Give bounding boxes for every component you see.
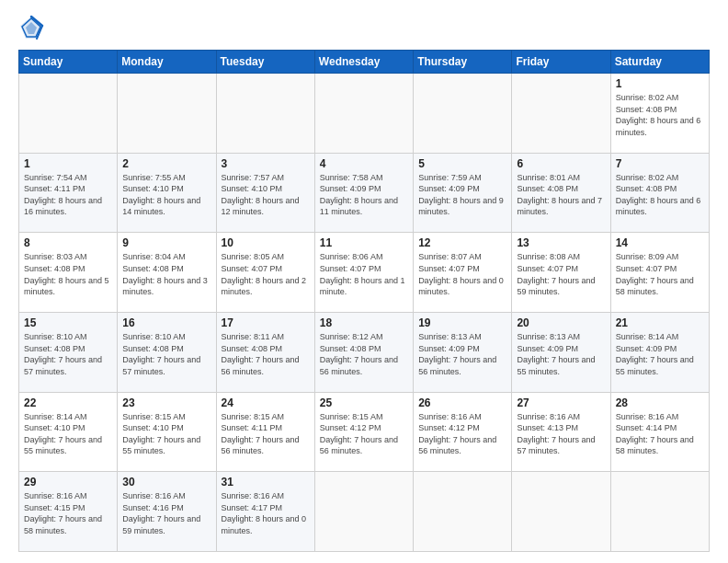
header — [18, 15, 710, 40]
table-row: 11Sunrise: 8:06 AMSunset: 4:07 PMDayligh… — [314, 233, 413, 313]
table-row — [314, 472, 413, 552]
table-row: 14Sunrise: 8:09 AMSunset: 4:07 PMDayligh… — [610, 233, 709, 313]
day-number: 2 — [122, 157, 211, 170]
table-row — [512, 74, 610, 154]
day-info: Sunrise: 8:16 AMSunset: 4:17 PMDaylight:… — [222, 490, 311, 536]
calendar-row: 29Sunrise: 8:16 AMSunset: 4:15 PMDayligh… — [19, 472, 710, 552]
calendar-row: 1Sunrise: 7:54 AMSunset: 4:11 PMDaylight… — [19, 153, 710, 233]
table-row: 23Sunrise: 8:15 AMSunset: 4:10 PMDayligh… — [118, 392, 216, 472]
day-number: 3 — [222, 157, 311, 170]
table-row — [610, 472, 709, 552]
day-info: Sunrise: 7:59 AMSunset: 4:09 PMDaylight:… — [418, 172, 507, 218]
day-info: Sunrise: 8:11 AMSunset: 4:08 PMDaylight:… — [222, 331, 311, 377]
table-row: 19Sunrise: 8:13 AMSunset: 4:09 PMDayligh… — [414, 312, 512, 392]
table-row: 28Sunrise: 8:16 AMSunset: 4:14 PMDayligh… — [610, 392, 709, 472]
logo — [18, 15, 48, 40]
day-number: 1 — [24, 157, 113, 170]
table-row: 21Sunrise: 8:14 AMSunset: 4:09 PMDayligh… — [610, 312, 709, 392]
day-info: Sunrise: 8:01 AMSunset: 4:08 PMDaylight:… — [517, 172, 606, 218]
table-row: 16Sunrise: 8:10 AMSunset: 4:08 PMDayligh… — [118, 312, 216, 392]
table-row: 7Sunrise: 8:02 AMSunset: 4:08 PMDaylight… — [610, 153, 709, 233]
table-row — [512, 472, 610, 552]
day-info: Sunrise: 8:16 AMSunset: 4:13 PMDaylight:… — [517, 411, 606, 457]
table-row: 18Sunrise: 8:12 AMSunset: 4:08 PMDayligh… — [314, 312, 413, 392]
col-tuesday: Tuesday — [216, 51, 314, 74]
table-row: 5Sunrise: 7:59 AMSunset: 4:09 PMDaylight… — [414, 153, 512, 233]
day-number: 16 — [122, 316, 211, 329]
table-row: 24Sunrise: 8:15 AMSunset: 4:11 PMDayligh… — [216, 392, 314, 472]
table-row: 12Sunrise: 8:07 AMSunset: 4:07 PMDayligh… — [414, 233, 512, 313]
day-info: Sunrise: 8:08 AMSunset: 4:07 PMDaylight:… — [517, 251, 606, 297]
table-row: 2Sunrise: 7:55 AMSunset: 4:10 PMDaylight… — [118, 153, 216, 233]
day-info: Sunrise: 7:54 AMSunset: 4:11 PMDaylight:… — [24, 172, 113, 218]
day-number: 22 — [24, 396, 113, 409]
table-row: 22Sunrise: 8:14 AMSunset: 4:10 PMDayligh… — [19, 392, 118, 472]
day-number: 6 — [517, 157, 606, 170]
table-row: 1Sunrise: 7:54 AMSunset: 4:11 PMDaylight… — [19, 153, 118, 233]
calendar-header: Sunday Monday Tuesday Wednesday Thursday… — [19, 51, 710, 74]
day-info: Sunrise: 8:06 AMSunset: 4:07 PMDaylight:… — [320, 251, 409, 297]
col-thursday: Thursday — [414, 51, 512, 74]
day-info: Sunrise: 8:16 AMSunset: 4:14 PMDaylight:… — [616, 411, 705, 457]
day-info: Sunrise: 8:14 AMSunset: 4:09 PMDaylight:… — [616, 331, 705, 377]
day-number: 8 — [24, 236, 113, 249]
col-sunday: Sunday — [19, 51, 118, 74]
day-info: Sunrise: 8:10 AMSunset: 4:08 PMDaylight:… — [122, 331, 211, 377]
table-row: 8Sunrise: 8:03 AMSunset: 4:08 PMDaylight… — [19, 233, 118, 313]
day-info: Sunrise: 8:03 AMSunset: 4:08 PMDaylight:… — [24, 251, 113, 297]
table-row: 31Sunrise: 8:16 AMSunset: 4:17 PMDayligh… — [216, 472, 314, 552]
table-row: 25Sunrise: 8:15 AMSunset: 4:12 PMDayligh… — [314, 392, 413, 472]
table-row: 15Sunrise: 8:10 AMSunset: 4:08 PMDayligh… — [19, 312, 118, 392]
table-row — [19, 74, 118, 154]
day-number: 11 — [320, 236, 409, 249]
table-row — [414, 74, 512, 154]
page: Sunday Monday Tuesday Wednesday Thursday… — [0, 0, 728, 563]
table-row — [414, 472, 512, 552]
day-number: 24 — [222, 396, 311, 409]
calendar-row: 15Sunrise: 8:10 AMSunset: 4:08 PMDayligh… — [19, 312, 710, 392]
table-row: 20Sunrise: 8:13 AMSunset: 4:09 PMDayligh… — [512, 312, 610, 392]
day-number: 7 — [616, 157, 705, 170]
day-info: Sunrise: 7:58 AMSunset: 4:09 PMDaylight:… — [320, 172, 409, 218]
day-number: 23 — [122, 396, 211, 409]
col-saturday: Saturday — [610, 51, 709, 74]
day-number: 10 — [222, 236, 311, 249]
day-info: Sunrise: 7:55 AMSunset: 4:10 PMDaylight:… — [122, 172, 211, 218]
table-row: 13Sunrise: 8:08 AMSunset: 4:07 PMDayligh… — [512, 233, 610, 313]
day-number: 31 — [222, 476, 311, 488]
day-number: 17 — [222, 316, 311, 329]
day-info: Sunrise: 8:14 AMSunset: 4:10 PMDaylight:… — [24, 411, 113, 457]
table-row: 3Sunrise: 7:57 AMSunset: 4:10 PMDaylight… — [216, 153, 314, 233]
table-row: 17Sunrise: 8:11 AMSunset: 4:08 PMDayligh… — [216, 312, 314, 392]
day-info: Sunrise: 8:05 AMSunset: 4:07 PMDaylight:… — [222, 251, 311, 297]
day-number: 21 — [616, 316, 705, 329]
table-row — [216, 74, 314, 154]
day-info: Sunrise: 8:02 AMSunset: 4:08 PMDaylight:… — [616, 92, 705, 138]
day-info: Sunrise: 8:02 AMSunset: 4:08 PMDaylight:… — [616, 172, 705, 218]
table-row: 26Sunrise: 8:16 AMSunset: 4:12 PMDayligh… — [414, 392, 512, 472]
table-row: 4Sunrise: 7:58 AMSunset: 4:09 PMDaylight… — [314, 153, 413, 233]
table-row: 10Sunrise: 8:05 AMSunset: 4:07 PMDayligh… — [216, 233, 314, 313]
day-info: Sunrise: 8:09 AMSunset: 4:07 PMDaylight:… — [616, 251, 705, 297]
col-monday: Monday — [118, 51, 216, 74]
day-info: Sunrise: 8:16 AMSunset: 4:16 PMDaylight:… — [122, 490, 211, 536]
calendar: Sunday Monday Tuesday Wednesday Thursday… — [18, 50, 710, 552]
day-number: 28 — [616, 396, 705, 409]
day-info: Sunrise: 8:15 AMSunset: 4:12 PMDaylight:… — [320, 411, 409, 457]
day-info: Sunrise: 8:13 AMSunset: 4:09 PMDaylight:… — [517, 331, 606, 377]
day-info: Sunrise: 8:10 AMSunset: 4:08 PMDaylight:… — [24, 331, 113, 377]
day-info: Sunrise: 8:04 AMSunset: 4:08 PMDaylight:… — [122, 251, 211, 297]
table-row — [118, 74, 216, 154]
day-info: Sunrise: 8:07 AMSunset: 4:07 PMDaylight:… — [418, 251, 507, 297]
day-number: 19 — [418, 316, 507, 329]
table-row: 9Sunrise: 8:04 AMSunset: 4:08 PMDaylight… — [118, 233, 216, 313]
day-number: 26 — [418, 396, 507, 409]
day-info: Sunrise: 8:13 AMSunset: 4:09 PMDaylight:… — [418, 331, 507, 377]
day-number: 25 — [320, 396, 409, 409]
logo-icon — [18, 15, 44, 40]
day-number: 29 — [24, 476, 113, 488]
calendar-body: 1Sunrise: 8:02 AMSunset: 4:08 PMDaylight… — [19, 74, 710, 552]
table-row: 6Sunrise: 8:01 AMSunset: 4:08 PMDaylight… — [512, 153, 610, 233]
day-number: 15 — [24, 316, 113, 329]
table-row: 1Sunrise: 8:02 AMSunset: 4:08 PMDaylight… — [610, 74, 709, 154]
